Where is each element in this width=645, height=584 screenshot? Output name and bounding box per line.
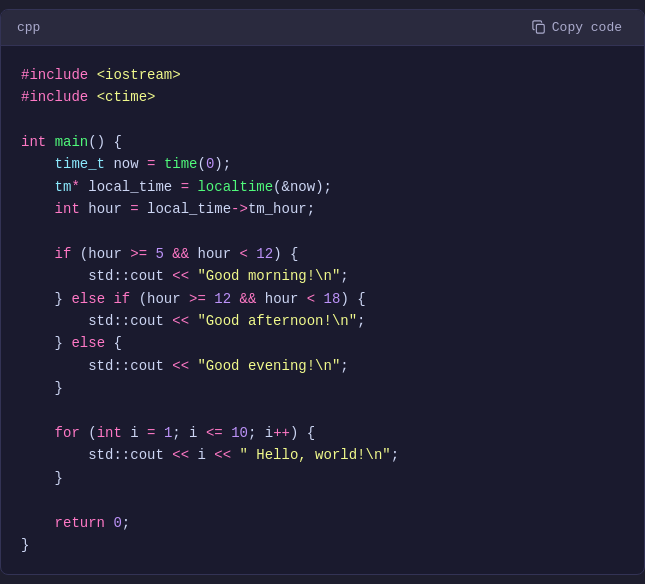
code-line — [21, 108, 624, 130]
code-line: if (hour >= 5 && hour < 12) { — [21, 243, 624, 265]
code-line: } — [21, 377, 624, 399]
code-body: #include <iostream> #include <ctime> int… — [1, 46, 644, 575]
code-line: } — [21, 534, 624, 556]
code-block: cpp Copy code #include <iostream> #inclu… — [0, 9, 645, 576]
code-line — [21, 220, 624, 242]
code-line: std::cout << "Good afternoon!\n"; — [21, 310, 624, 332]
code-line: } — [21, 467, 624, 489]
svg-rect-0 — [536, 25, 544, 34]
code-line: for (int i = 1; i <= 10; i++) { — [21, 422, 624, 444]
code-line: int hour = local_time->tm_hour; — [21, 198, 624, 220]
code-line — [21, 489, 624, 511]
language-label: cpp — [17, 20, 40, 35]
code-line: std::cout << i << " Hello, world!\n"; — [21, 444, 624, 466]
code-line — [21, 400, 624, 422]
code-line: return 0; — [21, 512, 624, 534]
code-line: } else if (hour >= 12 && hour < 18) { — [21, 288, 624, 310]
code-line: std::cout << "Good morning!\n"; — [21, 265, 624, 287]
code-line: time_t now = time(0); — [21, 153, 624, 175]
code-line: #include <ctime> — [21, 86, 624, 108]
code-line: int main() { — [21, 131, 624, 153]
copy-code-button[interactable]: Copy code — [526, 18, 628, 37]
copy-icon — [532, 20, 546, 34]
copy-label: Copy code — [552, 20, 622, 35]
code-line: #include <iostream> — [21, 64, 624, 86]
code-line: std::cout << "Good evening!\n"; — [21, 355, 624, 377]
code-line: } else { — [21, 332, 624, 354]
code-header: cpp Copy code — [1, 10, 644, 46]
code-line: tm* local_time = localtime(&now); — [21, 176, 624, 198]
